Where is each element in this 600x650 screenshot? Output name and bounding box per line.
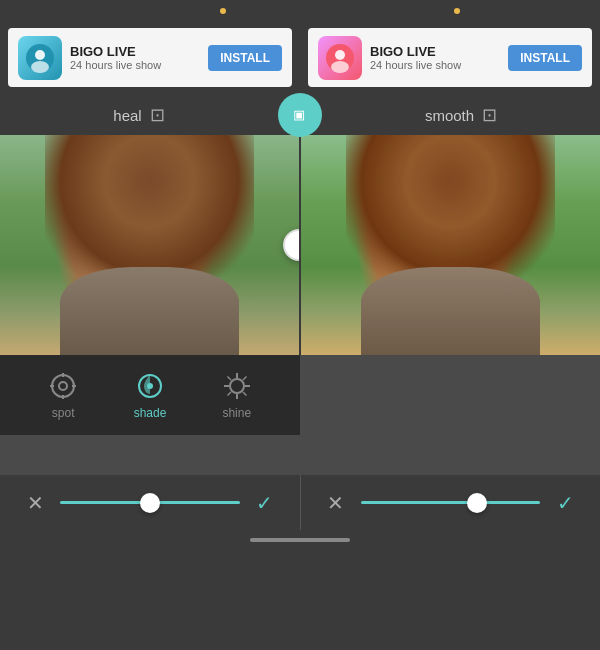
bottom-action-bars: ✕ ✓ ✕ ✓ [0, 475, 600, 530]
image-panel-left[interactable] [0, 135, 301, 355]
ad-banners-section: BIGO LIVE 24 hours live show INSTALL BIG… [0, 20, 600, 95]
ad-install-button-left[interactable]: INSTALL [208, 45, 282, 71]
spot-label: spot [52, 406, 75, 420]
toolbar-right-section: smooth ⊡ [322, 106, 600, 124]
gray-panel-right [300, 355, 600, 435]
action-bar-right: ✕ ✓ [300, 475, 601, 530]
svg-point-5 [331, 61, 349, 73]
accent-dot-left [220, 8, 226, 14]
smooth-label: smooth [425, 107, 474, 124]
svg-line-21 [243, 377, 247, 381]
tool-shade[interactable]: shade [134, 370, 167, 420]
ad-text-left: BIGO LIVE 24 hours live show [70, 44, 200, 71]
svg-point-7 [59, 382, 67, 390]
swap-icon: ◈ [287, 102, 312, 127]
accent-dot-right [454, 8, 460, 14]
ad-text-right: BIGO LIVE 24 hours live show [370, 44, 500, 71]
ad-install-button-right[interactable]: INSTALL [508, 45, 582, 71]
home-indicator [0, 530, 600, 550]
svg-line-19 [227, 377, 231, 381]
portrait-image-left [0, 135, 299, 355]
tool-shine[interactable]: shine [221, 370, 253, 420]
ad-banner-right[interactable]: BIGO LIVE 24 hours live show INSTALL [308, 28, 592, 87]
slider-right[interactable] [361, 501, 541, 504]
portrait-image-right [301, 135, 600, 355]
confirm-button-left[interactable]: ✓ [250, 488, 280, 518]
svg-point-14 [230, 379, 244, 393]
slider-left[interactable] [60, 501, 240, 504]
ad-subtitle-left: 24 hours live show [70, 59, 200, 71]
svg-point-6 [52, 375, 74, 397]
slider-thumb-right[interactable] [467, 493, 487, 513]
tools-panel: spot shade [0, 355, 300, 435]
home-bar [250, 538, 350, 542]
slider-thumb-left[interactable] [140, 493, 160, 513]
ad-logo-left [18, 36, 62, 80]
svg-point-2 [31, 61, 49, 73]
confirm-button-right[interactable]: ✓ [550, 488, 580, 518]
swap-button[interactable]: ◈ [278, 93, 322, 137]
shade-icon [134, 370, 166, 402]
cancel-button-right[interactable]: ✕ [321, 488, 351, 518]
cancel-button-left[interactable]: ✕ [20, 488, 50, 518]
tool-spot[interactable]: spot [47, 370, 79, 420]
svg-point-1 [35, 50, 45, 60]
ad-title-right: BIGO LIVE [370, 44, 500, 59]
action-bar-left: ✕ ✓ [0, 475, 300, 530]
shade-label: shade [134, 406, 167, 420]
ad-title-left: BIGO LIVE [70, 44, 200, 59]
image-panel-right[interactable] [301, 135, 600, 355]
svg-point-4 [335, 50, 345, 60]
spacer-gray [0, 435, 600, 475]
ad-banner-left[interactable]: BIGO LIVE 24 hours live show INSTALL [8, 28, 292, 87]
heal-label: heal [113, 107, 141, 124]
svg-line-22 [227, 392, 231, 396]
ad-logo-right [318, 36, 362, 80]
shine-icon [221, 370, 253, 402]
toolbar-left-section: heal ⊡ [0, 106, 278, 124]
shine-label: shine [222, 406, 251, 420]
ad-subtitle-right: 24 hours live show [370, 59, 500, 71]
images-comparison-section [0, 135, 600, 355]
tools-row: spot shade [0, 355, 600, 435]
mode-toolbar: heal ⊡ ◈ smooth ⊡ [0, 95, 600, 135]
spot-icon [47, 370, 79, 402]
svg-point-13 [147, 383, 153, 389]
split-icon-right: ⊡ [482, 106, 497, 124]
svg-line-20 [243, 392, 247, 396]
split-icon-left: ⊡ [150, 106, 165, 124]
